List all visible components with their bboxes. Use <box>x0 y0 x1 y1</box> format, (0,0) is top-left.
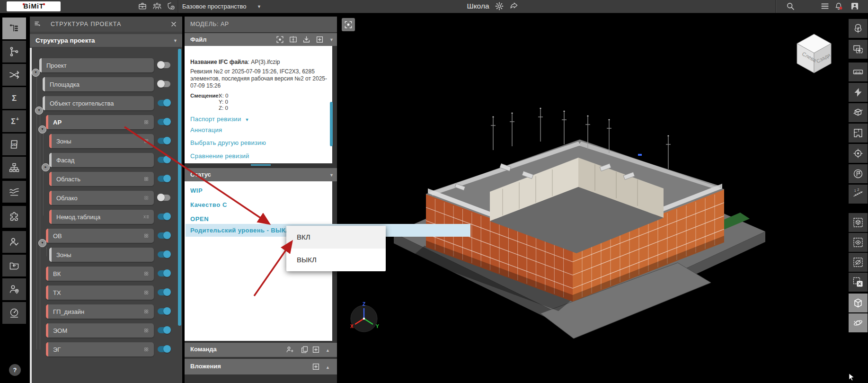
visibility-toggle[interactable] <box>158 157 170 163</box>
copy-icon[interactable] <box>300 345 309 354</box>
tree-node[interactable]: Проект <box>39 58 154 72</box>
team-icon[interactable] <box>152 1 162 11</box>
add-member-icon[interactable] <box>285 345 294 354</box>
tree-node[interactable]: Зоны <box>49 248 154 262</box>
visibility-toggle[interactable] <box>158 270 170 276</box>
viewport-tool-show-element[interactable] <box>849 233 868 252</box>
viewport-tool-hide-element[interactable] <box>849 253 868 272</box>
focus-selection-button[interactable] <box>342 18 355 31</box>
visibility-toggle[interactable] <box>158 346 170 352</box>
status-item[interactable]: WIP <box>190 187 203 194</box>
file-action-link[interactable]: Сравнение ревизий <box>190 152 249 160</box>
attachments-section-header[interactable]: Вложения ▲ <box>185 359 337 374</box>
context-menu-item[interactable]: ВКЛ <box>286 226 386 249</box>
tree-node[interactable]: Немод.таблица <box>49 210 154 224</box>
expand-toggle[interactable]: ▾ <box>38 125 46 134</box>
visibility-toggle[interactable] <box>158 289 170 295</box>
viewport-tool-selection-set[interactable] <box>849 40 868 59</box>
sidebar-tool-relations[interactable] <box>2 41 26 62</box>
file-action-link[interactable]: Выбрать другую ревизию <box>190 139 266 146</box>
viewport-tool-issue-flag[interactable] <box>849 164 868 183</box>
sidebar-tool-hierarchy[interactable] <box>2 157 26 178</box>
tree-node[interactable]: ЭГ <box>46 342 154 356</box>
viewport-tool-ghost-element[interactable] <box>849 213 868 232</box>
team-section-header[interactable]: Команда ▲ <box>185 343 337 357</box>
expand-toggle[interactable]: ▸ <box>42 163 50 171</box>
sidebar-tool-sum[interactable]: Σ <box>2 87 26 109</box>
viewport-tool-ruler[interactable] <box>849 62 868 81</box>
viewport-tool-section-box[interactable] <box>849 103 868 122</box>
sidebar-tool-sum-plus[interactable]: Σ+ <box>2 110 26 132</box>
context-menu-item[interactable]: ВЫКЛ <box>286 249 386 271</box>
sidebar-tool-doc-2d[interactable]: 2D <box>2 134 26 155</box>
expand-toggle[interactable]: ▾ <box>38 239 46 247</box>
tree-node[interactable]: ОВ <box>46 229 154 243</box>
tree-node[interactable]: Фасад <box>49 153 154 167</box>
file-action-link[interactable]: Аннотация <box>190 126 222 134</box>
visibility-toggle[interactable] <box>158 251 170 258</box>
visibility-toggle[interactable] <box>158 119 170 125</box>
visibility-toggle[interactable] <box>158 232 170 239</box>
briefcase-icon[interactable] <box>138 1 147 11</box>
tree-node[interactable]: Облако <box>49 191 154 205</box>
tree-node[interactable]: ГП_дизайн <box>46 304 154 319</box>
visibility-toggle[interactable] <box>158 327 170 333</box>
tree-node[interactable]: ЭОМ <box>46 323 154 338</box>
viewport-tool-orbit[interactable] <box>849 313 868 332</box>
viewport-tool-environment[interactable] <box>849 19 868 38</box>
sidebar-tool-trends[interactable] <box>2 181 26 203</box>
share-icon[interactable] <box>509 1 519 11</box>
viewport-tool-locate[interactable] <box>849 144 868 163</box>
file-section-header[interactable]: Файл ▼ <box>185 33 337 46</box>
status-section-header[interactable]: Статус ▼ <box>185 168 337 181</box>
viewport-tool-view-cube[interactable] <box>849 294 868 312</box>
navigation-cube[interactable]: Слева Сзади <box>794 31 834 75</box>
menu-tree-icon[interactable] <box>34 20 42 28</box>
status-item[interactable]: Качество С <box>190 201 227 208</box>
tree-node[interactable]: Область <box>49 172 154 186</box>
focus-model-icon[interactable] <box>275 35 284 44</box>
sidebar-tool-person-location[interactable] <box>2 278 26 300</box>
visibility-toggle[interactable] <box>158 176 170 182</box>
viewport-tool-floorplan[interactable] <box>849 124 868 143</box>
notifications-icon[interactable] <box>834 1 843 11</box>
visibility-toggle[interactable] <box>158 100 170 106</box>
chevron-down-icon[interactable]: ▼ <box>329 37 334 42</box>
chevron-up-icon[interactable]: ▲ <box>326 348 330 353</box>
tree-node[interactable]: ТХ <box>46 285 154 300</box>
viewport-3d[interactable]: Слева Сзади Z X Y <box>337 13 848 383</box>
expand-toggle[interactable]: ▾ <box>32 69 40 77</box>
app-logo[interactable]: BiMiT <box>7 1 61 11</box>
tree-node[interactable]: Площадка <box>43 77 154 91</box>
close-icon[interactable] <box>170 20 177 28</box>
settings-icon[interactable] <box>495 1 504 11</box>
add-square-icon[interactable] <box>311 362 320 371</box>
tree-node[interactable]: Объект строительства <box>43 96 154 110</box>
sidebar-tool-project-structure[interactable] <box>2 18 26 39</box>
shield-history-icon[interactable] <box>166 1 176 11</box>
download-icon[interactable] <box>302 35 311 44</box>
resize-handle[interactable] <box>251 164 271 166</box>
sidebar-tool-assignee[interactable] <box>2 231 26 253</box>
tasks-icon[interactable] <box>820 1 830 11</box>
fit-model-icon[interactable] <box>289 35 298 44</box>
visibility-toggle[interactable] <box>158 81 170 87</box>
tree-node[interactable]: АР <box>46 115 154 129</box>
chevron-down-icon[interactable]: ▼ <box>329 173 334 178</box>
add-square-icon[interactable] <box>315 35 324 44</box>
help-button[interactable]: ? <box>9 364 21 376</box>
sidebar-tool-shuffle[interactable] <box>2 64 26 86</box>
structure-section-header[interactable]: Структура проекта ▼ <box>30 34 182 47</box>
file-action-link[interactable]: Паспорт ревизии▼ <box>190 116 249 123</box>
visibility-toggle[interactable] <box>158 138 170 144</box>
scrollbar[interactable] <box>330 102 333 146</box>
visibility-toggle[interactable] <box>158 214 170 220</box>
tree-node[interactable]: Зоны <box>49 134 154 148</box>
expand-toggle[interactable]: ▾ <box>35 107 43 115</box>
viewport-tool-measure[interactable]: 12 <box>849 185 868 204</box>
tree-node[interactable]: ВК <box>46 267 154 281</box>
chevron-up-icon[interactable]: ▲ <box>326 365 330 370</box>
viewport-tool-deselect[interactable] <box>849 273 868 292</box>
account-icon[interactable] <box>850 1 859 11</box>
sidebar-tool-plugins[interactable] <box>2 206 26 228</box>
